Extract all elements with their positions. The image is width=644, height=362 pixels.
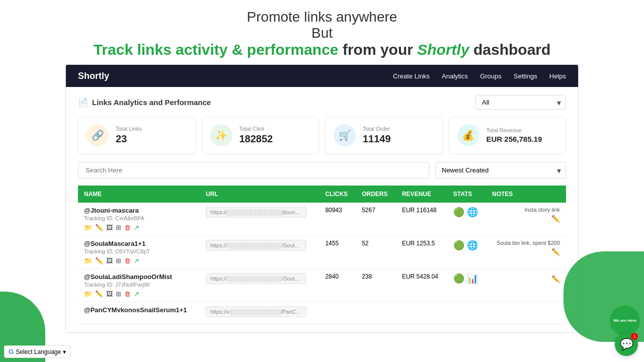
col-header-url: URL (200, 186, 319, 203)
google-g-icon: G (9, 348, 14, 355)
page-title: Links Analytics and Performance (92, 98, 211, 107)
col-header-notes: NOTES (486, 186, 566, 203)
row-notes-cell: Insta story link ✏️ (486, 203, 566, 236)
action-qr-icon[interactable]: ⊞ (116, 290, 121, 298)
url-display: https://v░░░░░░░░░░░░░/PanCYM (206, 306, 306, 317)
row-url-cell: https://░░░░░░░░░░░░░░/jtouni-ma (200, 203, 319, 236)
notes-edit-icon[interactable]: ✏️ (492, 248, 560, 256)
filter-select[interactable]: All Active Inactive (475, 95, 566, 110)
nav-analytics[interactable]: Analytics (442, 72, 468, 80)
stat-card-total-click: ✨ Total Click 182852 (202, 117, 319, 154)
stat-info-click: Total Click 182852 (239, 126, 273, 145)
link-tracking: Tracking ID: CxrAlbrBPA (84, 215, 194, 221)
stat-icon-click: ✨ (210, 124, 232, 146)
navbar: Shortly Create Links Analytics Groups Se… (66, 65, 578, 87)
action-share-icon[interactable]: ↗ (134, 290, 139, 298)
stats-icon-2[interactable]: 🌐 (467, 207, 478, 218)
stat-value-click: 182852 (239, 133, 273, 145)
link-name: @PanCYMvkonosSnailSerum1+1 (84, 306, 194, 314)
table-row: @SoulaLadiShampooOrMist Tracking ID: J7J… (78, 269, 566, 302)
dashboard-container: Shortly Create Links Analytics Groups Se… (65, 64, 579, 333)
table-row: @Jtouni-mascara Tracking ID: CxrAlbrBPA … (78, 203, 566, 236)
link-actions: 📁 ✏️ 🖼 ⊞ 🗑 ↗ (84, 224, 194, 231)
stats-icon-1[interactable]: 🟢 (453, 273, 464, 284)
row-notes-cell: ✏️ (486, 269, 566, 302)
stat-value-links: 23 (116, 133, 142, 145)
link-tracking: Tracking ID: J7JNu9FwqW (84, 282, 194, 288)
row-stats-cell: 🟢 🌐 (447, 236, 486, 269)
row-orders-cell: 5267 (356, 203, 396, 236)
select-language-label: Select Language (16, 348, 61, 355)
action-delete-icon[interactable]: 🗑 (124, 257, 131, 264)
action-folder-icon[interactable]: 📁 (84, 257, 92, 264)
hero-section: Promote links anywhere But Track links a… (0, 0, 644, 64)
hero-green-text: Track links activity & performance (94, 41, 339, 58)
col-header-name: NAME (78, 186, 200, 203)
action-delete-icon[interactable]: 🗑 (124, 224, 131, 231)
action-edit-icon[interactable]: ✏️ (95, 224, 103, 231)
action-qr-icon[interactable]: ⊞ (116, 257, 121, 264)
stats-icon-2[interactable]: 🌐 (467, 240, 478, 251)
action-image-icon[interactable]: 🖼 (106, 224, 113, 231)
row-name-cell: @SoulaMascara1+1 Tracking ID: O5YTqVC8pT… (78, 236, 200, 269)
action-folder-icon[interactable]: 📁 (84, 224, 92, 231)
stat-label-revenue: Total Revenue (487, 127, 542, 133)
table-row: @SoulaMascara1+1 Tracking ID: O5YTqVC8pT… (78, 236, 566, 269)
stats-icon-1[interactable]: 🟢 (453, 240, 464, 251)
stat-label-links: Total Links (116, 126, 142, 132)
nav-settings[interactable]: Settings (514, 72, 537, 80)
search-input[interactable] (78, 162, 429, 178)
action-share-icon[interactable]: ↗ (134, 224, 139, 231)
table-row: @PanCYMvkonosSnailSerum1+1 https://v░░░░… (78, 302, 566, 324)
url-display: https://░░░░░░░░░░░░░░/jtouni-ma (206, 207, 306, 218)
link-actions: 📁 ✏️ 🖼 ⊞ 🗑 ↗ (84, 257, 194, 264)
link-name: @Jtouni-mascara (84, 207, 194, 214)
action-edit-icon[interactable]: ✏️ (95, 290, 103, 298)
we-are-here-badge: We are Here (610, 306, 640, 336)
search-sort-row: Newest Created Oldest Created Most Click… (78, 162, 566, 178)
action-delete-icon[interactable]: 🗑 (124, 290, 131, 298)
action-qr-icon[interactable]: ⊞ (116, 224, 121, 231)
chat-widget[interactable]: 💬 1 (615, 333, 638, 356)
stats-icon-1[interactable]: 🟢 (453, 207, 464, 218)
stat-label-order: Total Order (363, 126, 391, 132)
row-url-cell: https://v░░░░░░░░░░░░░/PanCYM (200, 302, 319, 324)
stats-icon-2[interactable]: 📊 (467, 273, 478, 284)
stat-icon-links: 🔗 (87, 124, 109, 146)
row-revenue-cell: EUR 116148 (396, 203, 447, 236)
col-header-orders: ORDERS (356, 186, 396, 203)
row-orders-cell (356, 302, 396, 324)
row-clicks-cell (319, 302, 356, 324)
col-header-clicks: CLICKS (319, 186, 356, 203)
action-image-icon[interactable]: 🖼 (106, 290, 113, 298)
chat-notification-badge: 1 (631, 333, 638, 340)
action-image-icon[interactable]: 🖼 (106, 257, 113, 264)
col-header-revenue: REVENUE (396, 186, 447, 203)
nav-groups[interactable]: Groups (480, 72, 502, 80)
chat-icon: 💬 (620, 338, 633, 351)
stat-info-links: Total Links 23 (116, 126, 142, 145)
stat-value-revenue: EUR 256,785.19 (487, 135, 542, 143)
notes-edit-icon[interactable]: ✏️ (492, 215, 560, 223)
row-revenue-cell: EUR 5428.04 (396, 269, 447, 302)
hero-line2: But (0, 25, 644, 41)
page-title-icon: 📄 (78, 98, 88, 107)
hero-black-text: from your (343, 41, 417, 58)
page-title-area: 📄 Links Analytics and Performance (78, 98, 211, 107)
col-header-stats: STATS (447, 186, 486, 203)
filter-select-wrapper: All Active Inactive (475, 95, 566, 110)
stat-info-order: Total Order 11149 (363, 126, 391, 145)
url-display: https://░░░░░░░░░░░░░░/SoulaLad (206, 273, 306, 284)
stat-label-click: Total Click (239, 126, 273, 132)
action-folder-icon[interactable]: 📁 (84, 290, 92, 298)
action-share-icon[interactable]: ↗ (134, 257, 139, 264)
action-edit-icon[interactable]: ✏️ (95, 257, 103, 264)
sort-select[interactable]: Newest Created Oldest Created Most Click… (435, 162, 566, 178)
notes-edit-icon[interactable]: ✏️ (492, 275, 560, 283)
page-header: 📄 Links Analytics and Performance All Ac… (78, 95, 566, 110)
row-name-cell: @PanCYMvkonosSnailSerum1+1 (78, 302, 200, 324)
hero-line1: Promote links anywhere (0, 9, 644, 25)
nav-create-links[interactable]: Create Links (393, 72, 430, 80)
select-language-bar[interactable]: G Select Language ▾ (4, 345, 70, 358)
nav-helps[interactable]: Helps (549, 72, 566, 80)
